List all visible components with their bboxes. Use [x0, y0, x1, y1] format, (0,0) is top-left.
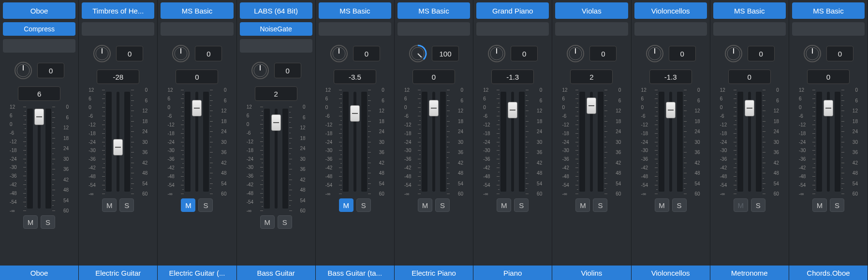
solo-button[interactable]: S	[41, 215, 55, 229]
effect-slot-empty[interactable]	[792, 22, 865, 36]
pan-value[interactable]: 0	[195, 46, 222, 61]
fader-track[interactable]	[275, 109, 278, 209]
pan-value[interactable]: 0	[589, 46, 617, 61]
solo-button[interactable]: S	[278, 215, 292, 229]
solo-button[interactable]: S	[751, 198, 765, 212]
volume-value[interactable]: -3.5	[334, 70, 376, 84]
track-name-label[interactable]: Violins	[552, 266, 631, 280]
pan-knob[interactable]	[93, 44, 111, 63]
pan-knob[interactable]	[487, 44, 506, 63]
volume-value[interactable]: -28	[97, 70, 139, 84]
effect-slot-empty[interactable]	[555, 22, 628, 36]
pan-knob[interactable]	[724, 44, 743, 63]
mute-button[interactable]: M	[734, 198, 748, 212]
effect-button[interactable]: NoiseGate	[240, 22, 312, 36]
effect-slot-empty[interactable]	[161, 22, 233, 36]
volume-value[interactable]: 0	[728, 70, 771, 84]
mute-button[interactable]: M	[812, 198, 827, 212]
track-name-label[interactable]: Piano	[473, 266, 552, 280]
fader-handle[interactable]	[824, 100, 833, 116]
effect-slot-empty[interactable]	[713, 22, 786, 36]
pan-knob[interactable]	[14, 61, 32, 80]
mute-button[interactable]: M	[181, 198, 195, 212]
fader-handle[interactable]	[587, 98, 596, 114]
pan-knob[interactable]	[330, 44, 348, 63]
fader-handle[interactable]	[192, 100, 202, 116]
fader-handle[interactable]	[666, 102, 676, 118]
mute-button[interactable]: M	[102, 198, 117, 212]
instrument-select-button[interactable]: Grand Piano	[476, 2, 549, 19]
pan-value[interactable]: 0	[511, 46, 538, 61]
effect-slot-empty[interactable]	[476, 22, 549, 36]
fader-track[interactable]	[353, 92, 356, 192]
fader-handle[interactable]	[113, 139, 123, 155]
effect-slot-empty[interactable]	[240, 39, 312, 53]
effect-slot-empty[interactable]	[82, 22, 154, 36]
mute-button[interactable]: M	[575, 198, 590, 212]
instrument-select-button[interactable]: MS Basic	[397, 2, 470, 19]
pan-knob[interactable]	[409, 44, 427, 63]
mute-button[interactable]: M	[418, 198, 432, 212]
track-name-label[interactable]: Violoncellos	[632, 266, 710, 280]
instrument-select-button[interactable]: Violoncellos	[634, 2, 707, 19]
volume-value[interactable]: -1.3	[491, 70, 534, 84]
track-name-label[interactable]: Metronome	[710, 266, 789, 280]
volume-value[interactable]: 2	[570, 70, 613, 84]
instrument-select-button[interactable]: Timbres of He...	[82, 2, 154, 19]
instrument-select-button[interactable]: MS Basic	[713, 2, 786, 19]
fader-track[interactable]	[117, 92, 119, 192]
fader-track[interactable]	[669, 92, 672, 192]
fader-track[interactable]	[511, 92, 514, 192]
fader-handle[interactable]	[271, 114, 281, 131]
fader-track[interactable]	[195, 92, 198, 192]
instrument-select-button[interactable]: Oboe	[3, 2, 75, 19]
mute-button[interactable]: M	[655, 198, 669, 212]
track-name-label[interactable]: Chords.Oboe	[789, 266, 868, 280]
volume-value[interactable]: 2	[255, 86, 297, 101]
effect-button[interactable]: Compress	[3, 22, 75, 36]
solo-button[interactable]: S	[830, 198, 844, 212]
fader-track[interactable]	[748, 92, 751, 192]
track-name-label[interactable]: Bass Guitar	[237, 266, 315, 280]
fader-handle[interactable]	[350, 105, 360, 122]
effect-slot-empty[interactable]	[319, 22, 391, 36]
pan-value[interactable]: 0	[748, 46, 775, 61]
instrument-select-button[interactable]: MS Basic	[161, 2, 233, 19]
instrument-select-button[interactable]: Violas	[555, 2, 628, 19]
pan-knob[interactable]	[172, 44, 190, 63]
pan-value[interactable]: 0	[669, 46, 696, 61]
fader-track[interactable]	[432, 92, 435, 192]
volume-value[interactable]: 6	[18, 86, 60, 101]
fader-handle[interactable]	[34, 109, 44, 125]
pan-value[interactable]: 0	[37, 63, 64, 78]
mute-button[interactable]: M	[23, 215, 38, 229]
fader-track[interactable]	[38, 109, 41, 209]
mute-button[interactable]: M	[339, 198, 353, 212]
fader-track[interactable]	[827, 92, 830, 192]
effect-slot-empty[interactable]	[3, 39, 75, 53]
solo-button[interactable]: S	[514, 198, 529, 212]
track-name-label[interactable]: Electric Piano	[395, 266, 473, 280]
pan-knob[interactable]	[646, 44, 664, 63]
pan-value[interactable]: 0	[826, 46, 853, 61]
pan-knob[interactable]	[566, 44, 585, 63]
mute-button[interactable]: M	[497, 198, 511, 212]
pan-knob[interactable]	[251, 61, 269, 80]
effect-slot-empty[interactable]	[397, 22, 470, 36]
pan-value[interactable]: 100	[432, 46, 459, 61]
solo-button[interactable]: S	[198, 198, 213, 212]
pan-value[interactable]: 0	[274, 63, 301, 78]
track-name-label[interactable]: Electric Guitar	[79, 266, 157, 280]
volume-value[interactable]: 0	[412, 70, 455, 84]
mute-button[interactable]: M	[260, 215, 275, 229]
solo-button[interactable]: S	[356, 198, 371, 212]
instrument-select-button[interactable]: MS Basic	[319, 2, 391, 19]
instrument-select-button[interactable]: MS Basic	[792, 2, 865, 19]
volume-value[interactable]: -1.3	[649, 70, 692, 84]
fader-handle[interactable]	[508, 102, 517, 118]
fader-handle[interactable]	[745, 100, 754, 116]
fader-track[interactable]	[590, 92, 593, 192]
track-name-label[interactable]: Bass Guitar (ta...	[316, 266, 394, 280]
track-name-label[interactable]: Oboe	[0, 266, 78, 280]
pan-value[interactable]: 0	[353, 46, 380, 61]
